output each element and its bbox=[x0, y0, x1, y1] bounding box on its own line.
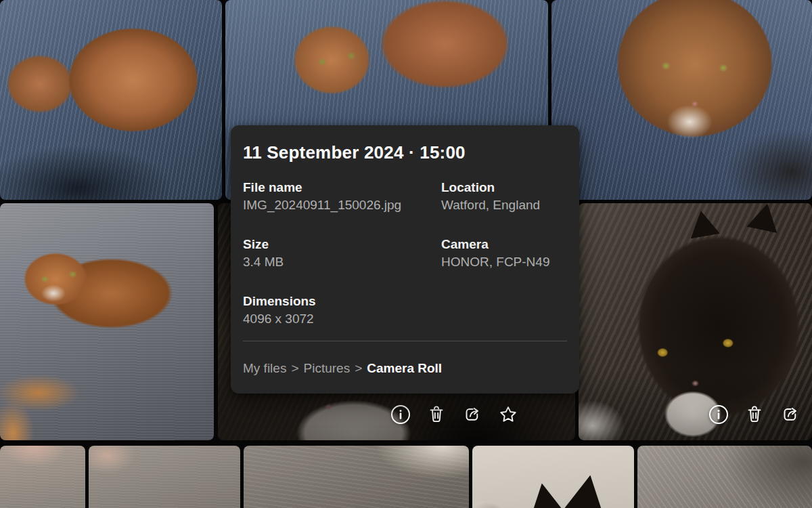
info-icon bbox=[708, 404, 729, 425]
share-icon bbox=[461, 404, 483, 425]
cat-ear-shape bbox=[686, 208, 720, 238]
breadcrumb-separator: > bbox=[355, 361, 362, 375]
divider bbox=[243, 341, 567, 341]
details-grid: File name IMG_20240911_150026.jpg Locati… bbox=[243, 179, 567, 328]
field-value: 4096 x 3072 bbox=[243, 310, 441, 328]
field-label: Camera bbox=[441, 236, 567, 253]
field-value: IMG_20240911_150026.jpg bbox=[243, 196, 441, 214]
field-label: Location bbox=[441, 179, 567, 196]
delete-button[interactable] bbox=[744, 404, 765, 425]
info-icon bbox=[390, 404, 411, 425]
field-file-name: File name IMG_20240911_150026.jpg bbox=[243, 179, 441, 214]
field-value: HONOR, FCP-N49 bbox=[441, 253, 567, 271]
trash-icon bbox=[426, 404, 447, 425]
photo-thumbnail[interactable] bbox=[89, 446, 240, 508]
favorite-button[interactable] bbox=[497, 404, 519, 425]
photo-thumbnail[interactable] bbox=[0, 0, 222, 200]
photo-thumbnail[interactable] bbox=[472, 446, 634, 508]
field-size: Size 3.4 MB bbox=[243, 236, 441, 271]
field-label: File name bbox=[243, 179, 441, 196]
photo-thumbnail[interactable] bbox=[551, 0, 812, 200]
field-location: Location Watford, England bbox=[441, 179, 567, 214]
field-dimensions: Dimensions 4096 x 3072 bbox=[243, 293, 441, 328]
photo-thumbnail[interactable] bbox=[244, 446, 469, 508]
trash-icon bbox=[744, 404, 765, 425]
delete-button[interactable] bbox=[426, 404, 447, 425]
photo-action-toolbar bbox=[390, 404, 519, 425]
info-button[interactable] bbox=[708, 404, 729, 425]
share-icon bbox=[780, 404, 801, 425]
info-button[interactable] bbox=[390, 404, 411, 425]
field-value: 3.4 MB bbox=[243, 253, 441, 271]
photo-thumbnail[interactable] bbox=[0, 446, 85, 508]
photo-gallery: 11 September 2024 · 15:00 File name IMG_… bbox=[0, 0, 812, 508]
breadcrumb-separator: > bbox=[291, 361, 298, 375]
breadcrumb: My files>Pictures>Camera Roll bbox=[243, 360, 567, 377]
photo-date-title: 11 September 2024 · 15:00 bbox=[243, 142, 567, 163]
field-label: Size bbox=[243, 236, 441, 253]
share-button[interactable] bbox=[461, 404, 483, 425]
cat-ear-shape bbox=[521, 480, 570, 508]
cat-ear-shape bbox=[746, 203, 782, 233]
photo-thumbnail[interactable] bbox=[637, 446, 812, 508]
photo-thumbnail[interactable] bbox=[0, 203, 214, 440]
share-button[interactable] bbox=[780, 404, 801, 425]
photo-details-tooltip: 11 September 2024 · 15:00 File name IMG_… bbox=[231, 125, 579, 394]
field-label: Dimensions bbox=[243, 293, 441, 310]
photo-action-toolbar bbox=[708, 404, 801, 425]
breadcrumb-my-files[interactable]: My files bbox=[243, 361, 286, 375]
field-camera: Camera HONOR, FCP-N49 bbox=[441, 236, 567, 271]
breadcrumb-camera-roll[interactable]: Camera Roll bbox=[367, 361, 442, 375]
breadcrumb-pictures[interactable]: Pictures bbox=[304, 361, 351, 375]
field-value: Watford, England bbox=[441, 196, 567, 214]
cat-ear-shape bbox=[561, 471, 612, 508]
star-icon bbox=[497, 404, 519, 425]
